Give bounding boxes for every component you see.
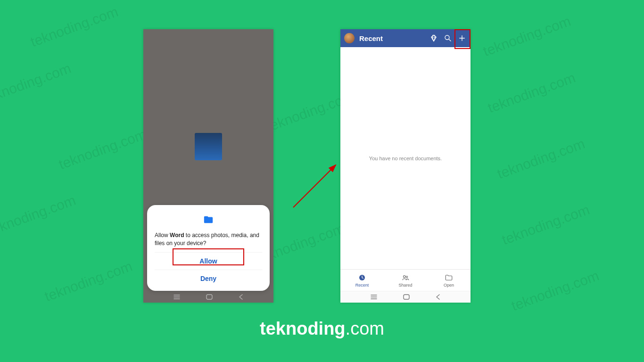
tab-shared-label: Shared [398, 283, 412, 288]
watermark: teknoding.com [0, 60, 73, 107]
watermark: teknoding.com [486, 70, 578, 116]
avatar[interactable] [344, 33, 355, 43]
footer-brand: teknoding.com [260, 319, 384, 339]
allow-button[interactable]: Allow [155, 252, 262, 270]
tab-recent-label: Recent [355, 283, 369, 288]
watermark: teknoding.com [481, 13, 573, 60]
tab-open[interactable]: Open [427, 270, 471, 291]
footer-brand-bold: teknoding [260, 319, 346, 338]
clock-icon [358, 273, 366, 282]
home-nav-icon[interactable] [403, 294, 410, 300]
appbar-title: Recent [359, 34, 424, 42]
back-nav-icon[interactable] [435, 294, 441, 300]
watermark: teknoding.com [28, 4, 120, 50]
premium-icon[interactable] [429, 33, 438, 43]
tab-recent[interactable]: Recent [340, 270, 384, 291]
svg-line-1 [293, 165, 336, 207]
watermark: teknoding.com [500, 202, 592, 248]
svg-point-6 [406, 276, 407, 277]
svg-point-5 [404, 275, 406, 278]
folder-open-icon [445, 273, 453, 282]
svg-point-2 [445, 35, 449, 40]
empty-state-text: You have no recent documents. [340, 156, 471, 161]
phone-permission-screen: Allow Word to access photos, media, and … [143, 29, 273, 303]
permission-dialog: Allow Word to access photos, media, and … [147, 205, 270, 291]
watermark: teknoding.com [42, 258, 134, 305]
folder-icon [202, 214, 215, 225]
home-nav-icon[interactable] [206, 294, 213, 300]
people-icon [401, 273, 410, 282]
recents-nav-icon[interactable] [370, 294, 378, 300]
watermark: teknoding.com [0, 192, 78, 239]
watermark: teknoding.com [495, 136, 587, 182]
word-app-tile [195, 133, 222, 160]
svg-rect-7 [404, 295, 409, 299]
svg-rect-0 [206, 295, 212, 299]
search-icon[interactable] [443, 33, 453, 43]
permission-prefix: Allow [155, 232, 170, 239]
back-nav-icon[interactable] [238, 294, 244, 300]
watermark: teknoding.com [57, 126, 149, 173]
tab-open-label: Open [444, 283, 454, 288]
new-document-icon[interactable] [457, 33, 467, 43]
phone-word-recent-screen: Recent You have no recent documents. Rec… [340, 29, 471, 303]
deny-button[interactable]: Deny [155, 270, 262, 287]
instruction-arrow [289, 156, 345, 212]
android-navbar [143, 291, 273, 303]
tab-shared[interactable]: Shared [384, 270, 427, 291]
bottom-tab-bar: Recent Shared Open [340, 269, 471, 291]
watermark: teknoding.com [509, 268, 601, 314]
footer-brand-light: .com [346, 319, 384, 338]
permission-message: Allow Word to access photos, media, and … [155, 231, 262, 247]
recents-nav-icon[interactable] [173, 294, 181, 300]
svg-line-3 [449, 39, 451, 41]
permission-app-name: Word [170, 232, 184, 239]
word-appbar: Recent [340, 29, 471, 47]
android-navbar [340, 291, 471, 303]
